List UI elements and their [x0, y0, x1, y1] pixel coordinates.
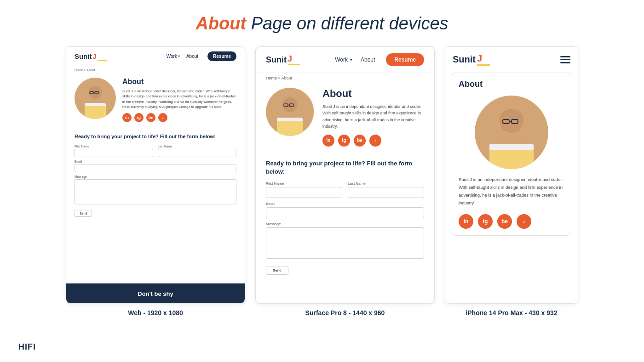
- tablet-last-name-label: Last Name: [348, 181, 424, 186]
- tablet-about-heading: About: [322, 88, 424, 100]
- linkedin-icon[interactable]: in: [122, 113, 132, 122]
- tablet-breadcrumb: Home > About: [256, 73, 434, 83]
- web-nav-work[interactable]: Work▾: [167, 54, 180, 59]
- hamburger-line-1: [560, 56, 570, 57]
- web-email-group: Email: [75, 160, 236, 172]
- tablet-instagram-icon[interactable]: ig: [338, 135, 350, 147]
- tablet-spotify-icon[interactable]: ♪: [369, 135, 381, 147]
- web-about-heading: About: [122, 78, 236, 86]
- web-name-row: First Name Last Name: [75, 145, 236, 157]
- web-last-name-group: Last Name: [158, 145, 236, 157]
- web-logo: Sunit J: [75, 52, 157, 61]
- tablet-logo-underline: [288, 64, 300, 66]
- svg-point-4: [89, 86, 102, 99]
- tablet-form-section: Ready to bring your project to life? Fil…: [256, 159, 434, 279]
- tablet-nav-links: Work▾ About: [335, 57, 375, 63]
- chevron-down-icon: ▾: [178, 54, 180, 58]
- web-email-label: Email: [75, 160, 236, 163]
- mobile-behance-icon[interactable]: be: [497, 214, 512, 229]
- mobile-content-inner: About Sunit J is an in: [452, 73, 571, 235]
- tablet-last-name-input[interactable]: [348, 187, 424, 198]
- title-about-word: About: [196, 14, 246, 33]
- devices-container: Sunit J Work▾ About Resume Home > About: [18, 46, 626, 304]
- tablet-message-textarea[interactable]: [266, 227, 424, 259]
- web-footer-banner: Don't be shy: [66, 283, 245, 304]
- hamburger-line-3: [560, 62, 570, 63]
- tablet-about-text: About Sunit J is an independant designer…: [322, 88, 424, 147]
- mobile-bio: Sunit J is an independant designer, idea…: [459, 175, 564, 207]
- svg-rect-11: [277, 121, 303, 136]
- web-logo-sunit: Sunit: [75, 52, 92, 60]
- web-message-label: Message: [75, 175, 236, 178]
- chevron-down-icon: ▾: [350, 57, 352, 62]
- tablet-email-label: Email: [266, 202, 424, 206]
- instagram-icon[interactable]: ig: [134, 113, 144, 122]
- behance-icon[interactable]: be: [146, 113, 155, 122]
- tablet-logo: Sunit J: [266, 54, 324, 66]
- web-last-name-label: Last Name: [158, 145, 236, 148]
- tablet-email-group: Email: [266, 202, 424, 218]
- tablet-email-input[interactable]: [266, 207, 424, 218]
- tablet-message-group: Message: [266, 222, 424, 259]
- mobile-navbar: Sunit J: [445, 47, 578, 73]
- web-email-input[interactable]: [75, 164, 236, 172]
- tablet-resume-button[interactable]: Resume: [386, 53, 424, 66]
- tablet-first-name-group: First Name: [266, 181, 342, 198]
- web-breadcrumb: Home > About: [66, 66, 245, 74]
- web-form-title: Ready to bring your project to life? Fil…: [75, 133, 236, 140]
- tablet-nav-about[interactable]: About: [361, 57, 375, 63]
- tablet-navbar: Sunit J Work▾ About Resume: [256, 47, 434, 73]
- device-labels: Web - 1920 x 1080 Surface Pro 8 - 1440 x…: [18, 309, 626, 317]
- mobile-instagram-icon[interactable]: ig: [478, 214, 493, 229]
- web-last-name-input[interactable]: [158, 149, 236, 157]
- web-avatar: [75, 78, 116, 119]
- tablet-behance-icon[interactable]: be: [354, 135, 366, 147]
- web-message-textarea[interactable]: [75, 179, 236, 204]
- svg-rect-3: [85, 106, 106, 119]
- tablet-logo-j: J: [288, 54, 292, 64]
- web-device-frame: Sunit J Work▾ About Resume Home > About: [66, 46, 245, 304]
- tablet-first-name-input[interactable]: [266, 187, 342, 198]
- svg-rect-19: [489, 150, 534, 169]
- tablet-social-icons: in ig be ♪: [322, 135, 424, 147]
- mobile-device-label: iPhone 14 Pro Max - 430 x 932: [445, 309, 578, 317]
- web-first-name-group: First Name: [75, 145, 153, 157]
- mobile-about-heading: About: [459, 79, 564, 89]
- tablet-linkedin-icon[interactable]: in: [322, 135, 334, 147]
- tablet-send-button[interactable]: Send: [266, 266, 288, 275]
- mobile-spotify-icon[interactable]: ♪: [517, 214, 531, 229]
- web-logo-underline: [98, 60, 107, 61]
- page-title: About Page on different devices: [18, 14, 626, 34]
- web-first-name-input[interactable]: [75, 149, 153, 157]
- web-about-section: About Sunit J is an independant designer…: [66, 74, 245, 133]
- svg-point-12: [282, 97, 297, 112]
- tablet-nav-work[interactable]: Work▾: [335, 57, 352, 63]
- web-social-icons: in ig be ♪: [122, 113, 236, 122]
- web-first-name-label: First Name: [75, 145, 153, 148]
- mobile-logo-underline-bar: [477, 64, 490, 66]
- web-resume-button[interactable]: Resume: [207, 51, 236, 61]
- web-navbar: Sunit J Work▾ About Resume: [66, 47, 245, 66]
- hamburger-line-2: [560, 59, 570, 61]
- web-about-text: About Sunit J is an independant designer…: [122, 78, 236, 122]
- tablet-name-row: First Name Last Name: [266, 181, 424, 198]
- mobile-content-box: About Sunit J is an in: [452, 73, 571, 236]
- tablet-first-name-label: First Name: [266, 181, 342, 186]
- tablet-device-label: Surface Pro 8 - 1440 x 960: [255, 309, 435, 317]
- web-logo-j: J: [93, 52, 107, 61]
- mobile-social-icons: in ig be ♪: [459, 214, 564, 229]
- mobile-avatar: [475, 96, 548, 169]
- title-suffix: Page on different devices: [246, 14, 448, 33]
- web-nav-links: Work▾ About: [167, 54, 198, 59]
- tablet-form-title: Ready to bring your project to life? Fil…: [266, 159, 424, 176]
- mobile-linkedin-icon[interactable]: in: [459, 214, 473, 229]
- tablet-bio: Sunit J is an independant designer, idea…: [322, 103, 424, 130]
- web-send-button[interactable]: Send: [75, 210, 92, 217]
- web-nav-about[interactable]: About: [186, 54, 198, 59]
- tablet-message-label: Message: [266, 222, 424, 226]
- tablet-last-name-group: Last Name: [348, 181, 424, 198]
- hifi-watermark: HIFI: [18, 342, 36, 352]
- hamburger-menu-icon[interactable]: [560, 56, 570, 63]
- web-bio: Sunit J is an independant designer, idea…: [122, 89, 236, 109]
- spotify-icon[interactable]: ♪: [158, 113, 167, 122]
